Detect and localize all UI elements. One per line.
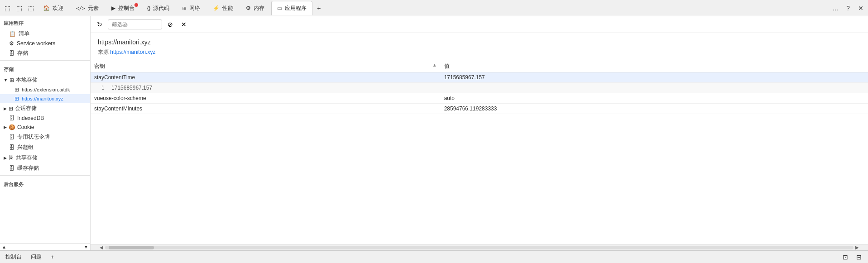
devtools-icon-3[interactable]: ⬚ — [25, 3, 36, 14]
tab-welcome[interactable]: 🏠 欢迎 — [37, 1, 69, 15]
tab-memory[interactable]: ⚙ 内存 — [240, 1, 270, 15]
tab-network[interactable]: ≋ 网络 — [176, 1, 206, 15]
scroll-up-icon[interactable]: ▲ — [2, 244, 6, 249]
shared-storage-icon: 🗄 — [9, 155, 14, 161]
h-scroll-area[interactable]: ◀ ▶ — [91, 244, 868, 250]
local-storage-group-icon: ⊞ — [10, 77, 14, 83]
extension-storage-icon: ⊞ — [14, 86, 19, 93]
scroll-right-button[interactable]: ▶ — [854, 245, 861, 250]
table-cell-key: vueuse-color-scheme — [91, 93, 441, 104]
bottom-tab-console[interactable]: 控制台 — [4, 252, 24, 262]
session-storage-icon: ⊞ — [9, 105, 13, 112]
table-cell-key: stayContentMinutes — [91, 104, 441, 114]
storage-table: 密钥 ▲ 值 stayContentTime 1715685967.157 — [91, 61, 868, 114]
sidebar-item-local-storage-group[interactable]: ▼ ⊞ 本地存储 — [0, 75, 90, 85]
service-workers-icon: ⚙ — [9, 40, 14, 47]
table-cell-value: auto — [441, 93, 868, 104]
home-icon: 🏠 — [43, 5, 50, 11]
help-button[interactable]: ? — [843, 3, 854, 14]
sidebar-scroll-controls: ▲ ▼ — [0, 243, 90, 250]
bottom-bar: 控制台 问题 + ⊡ ⊟ — [0, 250, 868, 263]
performance-icon: ⚡ — [213, 5, 220, 11]
tab-performance[interactable]: ⚡ 性能 — [207, 1, 239, 15]
sort-icon: ▲ — [432, 62, 437, 67]
scroll-down-icon[interactable]: ▼ — [84, 244, 88, 249]
sidebar-item-manifest[interactable]: 📋 清单 — [0, 29, 90, 39]
h-scroll-thumb[interactable] — [109, 246, 154, 249]
sidebar-item-cache-storage[interactable]: 🗄 缓存存储 — [0, 163, 90, 173]
expand-arrow-icon: ▼ — [4, 78, 8, 82]
sidebar-item-session-storage-group[interactable]: ▶ ⊞ 会话存储 — [0, 103, 90, 114]
manitori-storage-icon: ⊞ — [14, 96, 19, 102]
sidebar-item-shared-storage-group[interactable]: ▶ 🗄 共享存储 — [0, 153, 90, 163]
clear-button[interactable]: ⊘ — [165, 19, 176, 30]
table-cell-value: 28594766.119283333 — [441, 104, 868, 114]
devtools-icon-2[interactable]: ⬚ — [14, 3, 24, 14]
devtools-icon-1[interactable]: ⬚ — [2, 3, 13, 14]
content-toolbar: ↻ ⊘ ✕ — [91, 16, 868, 33]
sidebar: 应用程序 📋 清单 ⚙ Service workers 🗄 存储 存储 ▼ ⊞ … — [0, 16, 91, 250]
sidebar-item-service-workers[interactable]: ⚙ Service workers — [0, 39, 90, 48]
h-scroll-track — [105, 246, 854, 249]
table-row[interactable]: stayContentTime 1715685967.157 — [91, 72, 868, 83]
sidebar-section-storage: 存储 — [0, 62, 90, 75]
scroll-left-button[interactable]: ◀ — [98, 245, 105, 250]
content-origin-row: 来源 https://manitori.xyz — [91, 48, 868, 61]
main-area: 应用程序 📋 清单 ⚙ Service workers 🗄 存储 存储 ▼ ⊞ … — [0, 16, 868, 250]
tab-console[interactable]: ▶ 控制台 — [106, 1, 140, 15]
cookie-group-icon: 🍪 — [9, 124, 15, 130]
application-icon: ▭ — [277, 5, 282, 11]
col-value-header[interactable]: 值 — [441, 61, 868, 72]
memory-icon: ⚙ — [246, 5, 251, 11]
table-cell-expanded: 1 1715685967.157 — [91, 83, 868, 93]
table-cell-key: stayContentTime — [91, 72, 441, 83]
sidebar-section-backend: 后台服务 — [0, 177, 90, 190]
delete-button[interactable]: ✕ — [178, 19, 189, 30]
sidebar-item-indexeddb[interactable]: 🗄 IndexedDB — [0, 114, 90, 123]
refresh-button[interactable]: ↻ — [94, 19, 105, 30]
sidebar-divider-2 — [0, 175, 90, 176]
tab-elements[interactable]: </> 元素 — [70, 1, 105, 15]
add-panel-button[interactable]: + — [49, 253, 56, 261]
tab-sources[interactable]: {} 源代码 — [141, 1, 175, 15]
content-panel: ↻ ⊘ ✕ https://manitori.xyz 来源 https://ma… — [91, 16, 868, 250]
bottom-tab-issues[interactable]: 问题 — [29, 252, 43, 262]
content-url: https://manitori.xyz — [91, 33, 868, 48]
sidebar-item-cookie-group[interactable]: ▶ 🍪 Cookie — [0, 123, 90, 132]
filter-input[interactable] — [108, 19, 162, 29]
data-table[interactable]: 密钥 ▲ 值 stayContentTime 1715685967.157 — [91, 61, 868, 244]
table-cell-value: 1715685967.157 — [441, 72, 868, 83]
tab-bar: ⬚ ⬚ ⬚ 🏠 欢迎 </> 元素 ▶ 控制台 {} 源代码 ≋ 网络 ⚡ 性能… — [0, 0, 868, 16]
table-row[interactable]: stayContentMinutes 28594766.119283333 — [91, 104, 868, 114]
elements-icon: </> — [76, 5, 85, 11]
add-tab-button[interactable]: + — [313, 3, 324, 14]
col-key-header[interactable]: 密钥 ▲ — [91, 61, 441, 72]
storage-icon: 🗄 — [9, 50, 14, 57]
tab-application[interactable]: ▭ 应用程序 — [271, 1, 312, 15]
sidebar-item-extension[interactable]: ⊞ https://extension.aitdk — [0, 85, 90, 94]
sidebar-item-storage-app[interactable]: 🗄 存储 — [0, 48, 90, 58]
interest-groups-icon: 🗄 — [9, 144, 14, 151]
more-button[interactable]: ... — [830, 3, 841, 14]
sidebar-item-manitori[interactable]: ⊞ https://manitori.xyz — [0, 94, 90, 103]
dock-icon[interactable]: ⊟ — [854, 252, 864, 263]
sidebar-item-trust-tokens[interactable]: 🗄 专用状态令牌 — [0, 132, 90, 142]
sidebar-item-interest-groups[interactable]: 🗄 兴趣组 — [0, 142, 90, 153]
console-icon: ▶ — [111, 5, 115, 11]
cache-storage-icon: 🗄 — [9, 165, 14, 172]
session-expand-icon: ▶ — [4, 106, 7, 111]
close-window-button[interactable]: ✕ — [855, 3, 866, 14]
shared-expand-icon: ▶ — [4, 156, 7, 160]
network-icon: ≋ — [182, 5, 187, 11]
sources-icon: {} — [147, 5, 150, 11]
cookie-expand-icon: ▶ — [4, 125, 7, 129]
table-row[interactable]: vueuse-color-scheme auto — [91, 93, 868, 104]
sidebar-scroll[interactable]: 应用程序 📋 清单 ⚙ Service workers 🗄 存储 存储 ▼ ⊞ … — [0, 16, 90, 243]
console-dot — [134, 3, 138, 7]
undock-icon[interactable]: ⊡ — [840, 252, 851, 263]
sidebar-section-app: 应用程序 — [0, 16, 90, 29]
indexeddb-icon: 🗄 — [9, 115, 14, 121]
content-origin-link[interactable]: https://manitori.xyz — [110, 49, 155, 55]
table-header-row: 密钥 ▲ 值 — [91, 61, 868, 72]
bottom-bar-right: ⊡ ⊟ — [840, 252, 864, 263]
